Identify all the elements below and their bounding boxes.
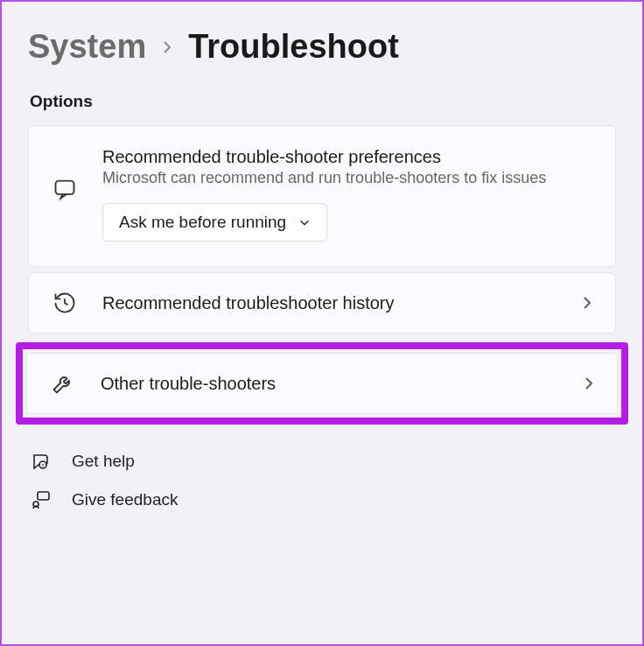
get-help-link[interactable]: ? Get help: [28, 442, 616, 481]
breadcrumb: System Troubleshoot: [28, 28, 616, 66]
chevron-right-icon: [160, 40, 174, 54]
page-title: Troubleshoot: [188, 28, 399, 66]
chevron-down-icon: [298, 216, 311, 228]
history-icon: [50, 291, 80, 315]
troubleshooter-history-row[interactable]: Recommended troubleshooter history: [28, 272, 616, 334]
give-feedback-link[interactable]: Give feedback: [28, 481, 616, 519]
troubleshooter-preferences-card: Recommended trouble-shooter preferences …: [28, 125, 616, 267]
chevron-right-icon: [582, 376, 596, 390]
help-icon: ?: [30, 451, 52, 472]
history-title: Recommended troubleshooter history: [102, 293, 580, 313]
feedback-icon: [30, 489, 52, 510]
prefs-dropdown-value: Ask me before running: [119, 213, 286, 232]
footer-links: ? Get help Give feedback: [28, 442, 616, 519]
svg-rect-0: [56, 181, 74, 194]
prefs-dropdown[interactable]: Ask me before running: [102, 203, 327, 242]
wrench-icon: [48, 371, 78, 396]
get-help-label: Get help: [72, 452, 135, 471]
other-title: Other trouble-shooters: [101, 374, 582, 394]
prefs-title: Recommended trouble-shooter preferences: [102, 147, 594, 167]
chevron-right-icon: [580, 296, 594, 310]
chat-bubble-icon: [50, 177, 80, 201]
options-label: Options: [30, 92, 616, 111]
other-troubleshooters-row[interactable]: Other trouble-shooters: [26, 353, 618, 414]
breadcrumb-parent[interactable]: System: [28, 28, 146, 66]
prefs-subtitle: Microsoft can recommend and run trouble-…: [102, 169, 594, 187]
highlight-box: Other trouble-shooters: [16, 342, 628, 425]
give-feedback-label: Give feedback: [72, 490, 178, 509]
svg-rect-3: [38, 492, 49, 500]
